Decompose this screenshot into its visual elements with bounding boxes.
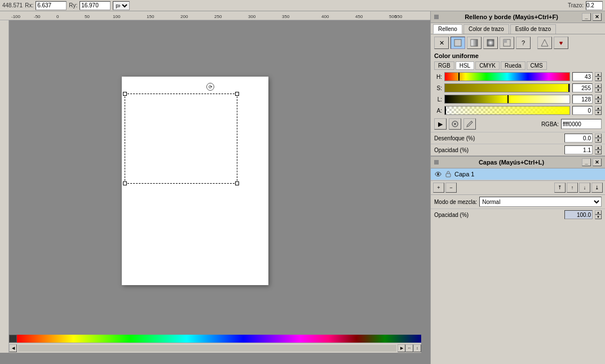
fill-opacidad-spin-down[interactable]: ▼	[595, 150, 602, 154]
fill-radial-button[interactable]	[483, 37, 498, 49]
a-spinner: ▲ ▼	[595, 106, 602, 115]
canvas-area: -100 -50 0 50 100 150 200 250 300 350 40…	[0, 11, 430, 364]
layer-opacity-input[interactable]	[564, 210, 593, 219]
blend-mode-select[interactable]: Normal Multiply Screen Overlay	[479, 197, 602, 207]
desenfoque-label: Desenfoque (%)	[434, 135, 562, 141]
fill-none-button[interactable]: ✕	[434, 37, 449, 49]
selection-rectangle[interactable]: ⟳	[125, 94, 237, 184]
handle-top-left[interactable]	[123, 92, 127, 96]
scroll-right-button[interactable]: ▶	[398, 344, 405, 352]
handle-top-right[interactable]	[235, 92, 239, 96]
fill-linear-button[interactable]	[467, 37, 482, 49]
l-slider-track[interactable]	[444, 95, 570, 104]
color-swatches-bar[interactable]	[9, 335, 421, 343]
color-tab-rueda[interactable]: Rueda	[501, 61, 525, 70]
desenfoque-spin-up[interactable]: ▲	[595, 134, 602, 138]
h-spin-down[interactable]: ▼	[595, 77, 602, 81]
fill-unknown-button[interactable]: ?	[516, 37, 531, 49]
desenfoque-row: Desenfoque (%) ▲ ▼	[431, 132, 605, 144]
l-value-input[interactable]	[572, 95, 593, 104]
fill-heart-button[interactable]: ♥	[554, 37, 568, 49]
s-spin-up[interactable]: ▲	[595, 83, 602, 88]
a-slider-track[interactable]	[444, 106, 570, 115]
expand-button-2[interactable]: ↕	[413, 344, 421, 352]
l-slider-row: L: ▲ ▼	[431, 94, 605, 105]
fill-opacidad-input[interactable]	[564, 145, 593, 154]
layers-panel-minimize[interactable]: _	[582, 158, 591, 166]
s-label: S:	[434, 85, 442, 91]
svg-rect-2	[487, 39, 494, 46]
color-tab-cms[interactable]: CMS	[527, 61, 547, 70]
fill-pattern-button[interactable]	[500, 37, 514, 49]
s-value-input[interactable]	[572, 83, 593, 92]
desenfoque-spin-down[interactable]: ▼	[595, 138, 602, 143]
a-spin-up[interactable]: ▲	[595, 106, 602, 110]
ry-input[interactable]	[80, 1, 111, 10]
tab-color-trazo[interactable]: Color de trazo	[463, 24, 509, 34]
s-slider-track[interactable]	[444, 83, 570, 92]
h-slider-track[interactable]	[444, 72, 570, 81]
a-value-input[interactable]	[572, 106, 593, 115]
canvas-container[interactable]: ⟳ ◀ ▶ ↔ ↕	[9, 20, 430, 353]
rgba-input[interactable]	[561, 119, 602, 129]
s-spinner: ▲ ▼	[595, 83, 602, 92]
fill-opacidad-spin-up[interactable]: ▲	[595, 145, 602, 150]
lower-layer-button[interactable]: ↓	[579, 183, 590, 193]
scroll-track[interactable]	[18, 345, 396, 352]
rx-input[interactable]	[36, 1, 67, 10]
raise-layer-top-button[interactable]: ⤒	[554, 183, 566, 193]
expand-button[interactable]: ↔	[405, 344, 413, 352]
svg-rect-0	[454, 39, 461, 46]
swatch-none[interactable]	[9, 335, 17, 343]
add-layer-button[interactable]: +	[433, 183, 444, 193]
l-spin-down[interactable]: ▼	[595, 99, 602, 104]
lower-layer-bottom-button[interactable]: ⤓	[591, 183, 603, 193]
h-slider-row: H: ▲ ▼	[431, 71, 605, 82]
horizontal-scrollbar[interactable]: ◀ ▶ ↔ ↕	[9, 343, 421, 353]
layer-opacity-spin-down[interactable]: ▼	[595, 215, 602, 219]
fill-panel-minimize[interactable]: _	[582, 13, 591, 21]
fill-marker-button[interactable]	[537, 37, 552, 49]
horizontal-ruler: -100 -50 0 50 100 150 200 250 300 350 40…	[0, 11, 430, 20]
a-spin-down[interactable]: ▼	[595, 110, 602, 115]
trazo-label: Trazo:	[568, 2, 584, 8]
fill-panel-controls: _ ✕	[582, 13, 602, 21]
color-tab-cmyk[interactable]: CMYK	[475, 61, 500, 70]
drawing-page: ⟳	[122, 77, 268, 285]
handle-bottom-left[interactable]	[123, 181, 127, 185]
raise-layer-button[interactable]: ↑	[567, 183, 578, 193]
svg-marker-5	[541, 39, 548, 46]
eyedropper-row: ▶ RGBA:	[431, 116, 605, 132]
l-spin-up[interactable]: ▲	[595, 95, 602, 99]
play-button[interactable]: ▶	[434, 118, 447, 130]
remove-layer-button[interactable]: −	[445, 183, 457, 193]
s-spin-down[interactable]: ▼	[595, 88, 602, 92]
layers-panel-controls: _ ✕	[582, 158, 602, 166]
unit-select[interactable]: px	[113, 1, 130, 10]
s-slider-row: S: ▲ ▼	[431, 82, 605, 94]
blend-mode-label: Modo de mezcla:	[434, 199, 477, 205]
scroll-left-button[interactable]: ◀	[9, 344, 17, 352]
eyedropper-button[interactable]	[449, 118, 461, 130]
h-value-input[interactable]	[572, 72, 593, 81]
rotation-handle[interactable]: ⟳	[206, 83, 214, 91]
layer-opacity-spin-up[interactable]: ▲	[595, 210, 602, 215]
fill-panel-close[interactable]: ✕	[593, 13, 602, 21]
color-tab-hsl[interactable]: HSL	[456, 61, 474, 70]
color-tab-rgb[interactable]: RGB	[434, 61, 454, 70]
color-model-tabs: RGB HSL CMYK Rueda CMS	[431, 60, 605, 71]
fill-flat-button[interactable]	[451, 37, 465, 49]
trazo-input[interactable]	[586, 1, 603, 10]
layer-toolbar: + − ⤒ ↑ ↓ ⤓	[431, 180, 605, 194]
layer-row[interactable]: Capa 1	[431, 168, 605, 180]
handle-bottom-right[interactable]	[235, 181, 239, 185]
h-spin-up[interactable]: ▲	[595, 72, 602, 77]
layers-panel-close[interactable]: ✕	[593, 158, 602, 166]
color-palette[interactable]	[17, 335, 421, 343]
layers-panel-indicator	[434, 160, 439, 165]
tab-estilo-trazo[interactable]: Estilo de trazo	[510, 24, 556, 34]
layer-visibility-toggle[interactable]	[434, 170, 442, 178]
desenfoque-input[interactable]	[564, 134, 593, 143]
tab-relleno[interactable]: Relleno	[433, 24, 462, 34]
picker-button[interactable]	[463, 118, 476, 130]
